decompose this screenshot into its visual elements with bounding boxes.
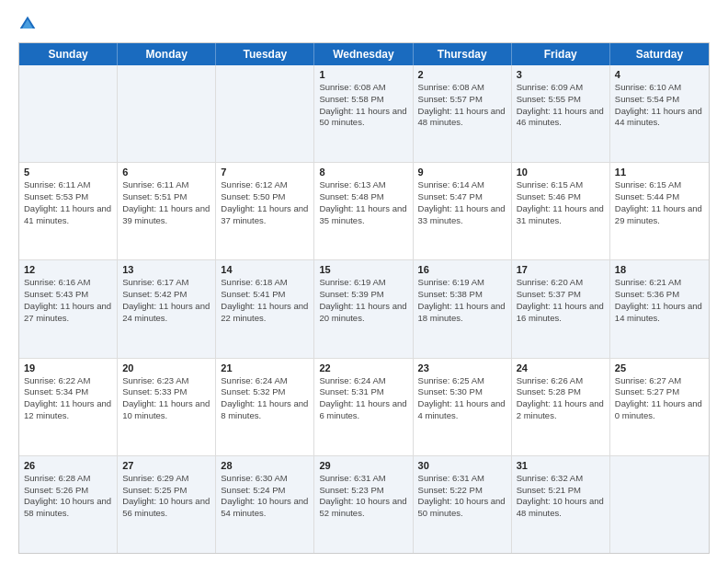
day-info: Sunrise: 6:21 AM Sunset: 5:36 PM Dayligh… (615, 277, 704, 324)
day-cell-28: 28Sunrise: 6:30 AM Sunset: 5:24 PM Dayli… (216, 456, 314, 553)
day-info: Sunrise: 6:18 AM Sunset: 5:41 PM Dayligh… (221, 277, 309, 324)
day-cell-10: 10Sunrise: 6:15 AM Sunset: 5:46 PM Dayli… (512, 163, 610, 259)
day-number: 20 (122, 362, 210, 373)
day-cell-7: 7Sunrise: 6:12 AM Sunset: 5:50 PM Daylig… (216, 163, 314, 259)
day-number: 30 (418, 460, 506, 471)
day-number: 1 (319, 69, 407, 80)
day-info: Sunrise: 6:12 AM Sunset: 5:50 PM Dayligh… (221, 179, 309, 226)
day-cell-22: 22Sunrise: 6:24 AM Sunset: 5:31 PM Dayli… (314, 359, 413, 455)
day-info: Sunrise: 6:08 AM Sunset: 5:57 PM Dayligh… (418, 82, 506, 129)
day-number: 12 (24, 264, 112, 275)
page: SundayMondayTuesdayWednesdayThursdayFrid… (0, 0, 728, 563)
day-info: Sunrise: 6:24 AM Sunset: 5:31 PM Dayligh… (319, 375, 407, 422)
day-info: Sunrise: 6:28 AM Sunset: 5:26 PM Dayligh… (24, 473, 112, 520)
weekday-header-friday: Friday (512, 43, 610, 65)
day-number: 16 (418, 264, 506, 275)
day-info: Sunrise: 6:19 AM Sunset: 5:39 PM Dayligh… (319, 277, 407, 324)
calendar-body: 1Sunrise: 6:08 AM Sunset: 5:58 PM Daylig… (19, 65, 709, 553)
logo (18, 15, 40, 33)
day-info: Sunrise: 6:31 AM Sunset: 5:22 PM Dayligh… (418, 473, 506, 520)
day-cell-6: 6Sunrise: 6:11 AM Sunset: 5:51 PM Daylig… (118, 163, 216, 259)
day-cell-13: 13Sunrise: 6:17 AM Sunset: 5:42 PM Dayli… (118, 260, 216, 357)
day-number: 29 (319, 460, 407, 471)
day-cell-27: 27Sunrise: 6:29 AM Sunset: 5:25 PM Dayli… (118, 456, 216, 553)
day-cell-25: 25Sunrise: 6:27 AM Sunset: 5:27 PM Dayli… (610, 359, 709, 455)
cal-row-1: 5Sunrise: 6:11 AM Sunset: 5:53 PM Daylig… (19, 162, 709, 259)
day-cell-24: 24Sunrise: 6:26 AM Sunset: 5:28 PM Dayli… (512, 359, 610, 455)
day-info: Sunrise: 6:19 AM Sunset: 5:38 PM Dayligh… (418, 277, 506, 324)
empty-cell-0-2 (216, 65, 314, 162)
day-info: Sunrise: 6:32 AM Sunset: 5:21 PM Dayligh… (517, 473, 605, 520)
day-cell-2: 2Sunrise: 6:08 AM Sunset: 5:57 PM Daylig… (414, 65, 512, 162)
day-cell-21: 21Sunrise: 6:24 AM Sunset: 5:32 PM Dayli… (216, 359, 314, 455)
weekday-header-monday: Monday (118, 43, 216, 65)
day-info: Sunrise: 6:17 AM Sunset: 5:42 PM Dayligh… (122, 277, 210, 324)
weekday-header-wednesday: Wednesday (314, 43, 413, 65)
day-cell-19: 19Sunrise: 6:22 AM Sunset: 5:34 PM Dayli… (19, 359, 118, 455)
day-cell-16: 16Sunrise: 6:19 AM Sunset: 5:38 PM Dayli… (414, 260, 512, 357)
weekday-header-saturday: Saturday (610, 43, 709, 65)
day-info: Sunrise: 6:25 AM Sunset: 5:30 PM Dayligh… (418, 375, 506, 422)
empty-cell-0-0 (19, 65, 118, 162)
day-info: Sunrise: 6:11 AM Sunset: 5:51 PM Dayligh… (122, 179, 210, 226)
day-cell-30: 30Sunrise: 6:31 AM Sunset: 5:22 PM Dayli… (414, 456, 512, 553)
day-info: Sunrise: 6:23 AM Sunset: 5:33 PM Dayligh… (122, 375, 210, 422)
day-info: Sunrise: 6:11 AM Sunset: 5:53 PM Dayligh… (24, 179, 112, 226)
day-cell-8: 8Sunrise: 6:13 AM Sunset: 5:48 PM Daylig… (314, 163, 413, 259)
day-cell-29: 29Sunrise: 6:31 AM Sunset: 5:23 PM Dayli… (314, 456, 413, 553)
day-info: Sunrise: 6:13 AM Sunset: 5:48 PM Dayligh… (319, 179, 407, 226)
day-number: 27 (122, 460, 210, 471)
day-info: Sunrise: 6:31 AM Sunset: 5:23 PM Dayligh… (319, 473, 407, 520)
day-cell-20: 20Sunrise: 6:23 AM Sunset: 5:33 PM Dayli… (118, 359, 216, 455)
day-number: 23 (418, 362, 506, 373)
day-cell-3: 3Sunrise: 6:09 AM Sunset: 5:55 PM Daylig… (512, 65, 610, 162)
cal-row-4: 26Sunrise: 6:28 AM Sunset: 5:26 PM Dayli… (19, 455, 709, 553)
day-info: Sunrise: 6:24 AM Sunset: 5:32 PM Dayligh… (221, 375, 309, 422)
weekday-header-sunday: Sunday (19, 43, 118, 65)
day-number: 4 (615, 69, 704, 80)
cal-row-2: 12Sunrise: 6:16 AM Sunset: 5:43 PM Dayli… (19, 259, 709, 357)
day-cell-14: 14Sunrise: 6:18 AM Sunset: 5:41 PM Dayli… (216, 260, 314, 357)
day-number: 14 (221, 264, 309, 275)
day-cell-23: 23Sunrise: 6:25 AM Sunset: 5:30 PM Dayli… (414, 359, 512, 455)
day-info: Sunrise: 6:15 AM Sunset: 5:44 PM Dayligh… (615, 179, 704, 226)
day-number: 31 (517, 460, 605, 471)
day-number: 8 (319, 167, 407, 178)
day-number: 24 (517, 362, 605, 373)
day-number: 22 (319, 362, 407, 373)
day-number: 10 (517, 167, 605, 178)
day-cell-31: 31Sunrise: 6:32 AM Sunset: 5:21 PM Dayli… (512, 456, 610, 553)
day-number: 17 (517, 264, 605, 275)
day-info: Sunrise: 6:30 AM Sunset: 5:24 PM Dayligh… (221, 473, 309, 520)
weekday-header-tuesday: Tuesday (216, 43, 314, 65)
day-number: 19 (24, 362, 112, 373)
day-number: 2 (418, 69, 506, 80)
day-number: 25 (615, 362, 704, 373)
day-number: 7 (221, 167, 309, 178)
day-number: 18 (615, 264, 704, 275)
empty-cell-0-1 (118, 65, 216, 162)
day-cell-26: 26Sunrise: 6:28 AM Sunset: 5:26 PM Dayli… (19, 456, 118, 553)
calendar-header: SundayMondayTuesdayWednesdayThursdayFrid… (19, 43, 709, 65)
day-number: 13 (122, 264, 210, 275)
day-number: 11 (615, 167, 704, 178)
day-cell-1: 1Sunrise: 6:08 AM Sunset: 5:58 PM Daylig… (314, 65, 413, 162)
day-number: 3 (517, 69, 605, 80)
day-info: Sunrise: 6:09 AM Sunset: 5:55 PM Dayligh… (517, 82, 605, 129)
day-cell-18: 18Sunrise: 6:21 AM Sunset: 5:36 PM Dayli… (610, 260, 709, 357)
day-info: Sunrise: 6:22 AM Sunset: 5:34 PM Dayligh… (24, 375, 112, 422)
day-number: 15 (319, 264, 407, 275)
empty-cell-4-6 (610, 456, 709, 553)
day-info: Sunrise: 6:20 AM Sunset: 5:37 PM Dayligh… (517, 277, 605, 324)
cal-row-3: 19Sunrise: 6:22 AM Sunset: 5:34 PM Dayli… (19, 358, 709, 455)
day-info: Sunrise: 6:08 AM Sunset: 5:58 PM Dayligh… (319, 82, 407, 129)
day-cell-15: 15Sunrise: 6:19 AM Sunset: 5:39 PM Dayli… (314, 260, 413, 357)
day-info: Sunrise: 6:14 AM Sunset: 5:47 PM Dayligh… (418, 179, 506, 226)
day-info: Sunrise: 6:27 AM Sunset: 5:27 PM Dayligh… (615, 375, 704, 422)
header (18, 15, 710, 33)
weekday-header-thursday: Thursday (414, 43, 512, 65)
day-info: Sunrise: 6:29 AM Sunset: 5:25 PM Dayligh… (122, 473, 210, 520)
logo-icon (18, 15, 37, 33)
day-number: 6 (122, 167, 210, 178)
day-number: 9 (418, 167, 506, 178)
